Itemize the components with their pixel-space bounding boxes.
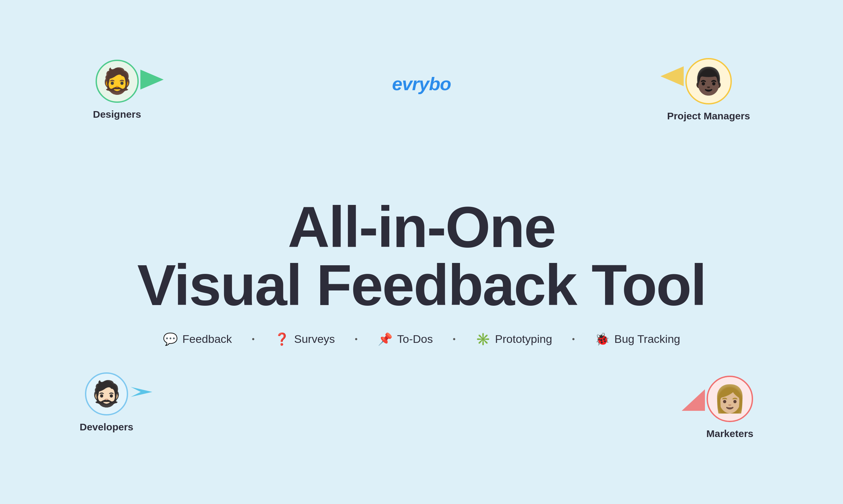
- bug-tracking-label: Bug Tracking: [614, 332, 680, 345]
- svg-marker-1: [660, 66, 684, 86]
- pm-avatar: 👨🏿: [685, 58, 732, 105]
- svg-marker-0: [140, 70, 164, 90]
- headline-line2: Visual Feedback Tool: [137, 256, 706, 314]
- marketers-label: Marketers: [706, 428, 753, 439]
- designers-label: Designers: [93, 109, 141, 120]
- pm-triangle: [660, 66, 684, 88]
- feature-prototyping: ✳️ Prototyping: [476, 332, 552, 346]
- developers-label: Developers: [80, 421, 134, 433]
- todos-label: To-Dos: [397, 332, 433, 345]
- designers-triangle: [140, 70, 164, 91]
- features-row: 💬 Feedback • ❓ Surveys • 📌 To-Dos • ✳️ P…: [163, 332, 681, 346]
- feature-bug-tracking: 🐞 Bug Tracking: [595, 332, 680, 346]
- headline-line1: All-in-One: [137, 198, 706, 256]
- dot-separator-2: •: [355, 335, 358, 344]
- feature-todos: 📌 To-Dos: [378, 332, 433, 346]
- dot-separator-3: •: [453, 335, 455, 344]
- developers-avatar: 🧔🏻: [85, 372, 128, 415]
- prototyping-icon: ✳️: [476, 332, 491, 346]
- surveys-label: Surveys: [294, 332, 335, 345]
- dot-separator-4: •: [572, 335, 575, 344]
- developers-group: 🧔🏻 Developers: [80, 372, 134, 433]
- surveys-icon: ❓: [274, 332, 289, 346]
- marketers-group: 👩🏼 Marketers: [706, 376, 753, 439]
- brand-logo: evrybo: [392, 73, 451, 94]
- feature-feedback: 💬 Feedback: [163, 332, 232, 346]
- pm-group: 👨🏿 Project Managers: [667, 58, 750, 122]
- feedback-icon: 💬: [163, 332, 178, 346]
- page-container: evrybo 🧔 Designers 👨🏿 Project Manager: [0, 0, 843, 504]
- hero-headline: All-in-One Visual Feedback Tool: [137, 198, 706, 314]
- bug-tracking-icon: 🐞: [595, 332, 610, 346]
- marketers-avatar: 👩🏼: [707, 376, 753, 422]
- developers-arrow: [131, 383, 152, 402]
- designers-avatar: 🧔: [96, 60, 139, 103]
- feedback-label: Feedback: [183, 332, 232, 345]
- prototyping-label: Prototyping: [495, 332, 552, 345]
- dot-separator-1: •: [252, 335, 255, 344]
- designers-group: 🧔 Designers: [93, 60, 141, 120]
- svg-marker-4: [682, 389, 705, 411]
- pm-label: Project Managers: [667, 110, 750, 122]
- feature-surveys: ❓ Surveys: [274, 332, 335, 346]
- todos-icon: 📌: [378, 332, 393, 346]
- marketers-triangle: [682, 389, 705, 412]
